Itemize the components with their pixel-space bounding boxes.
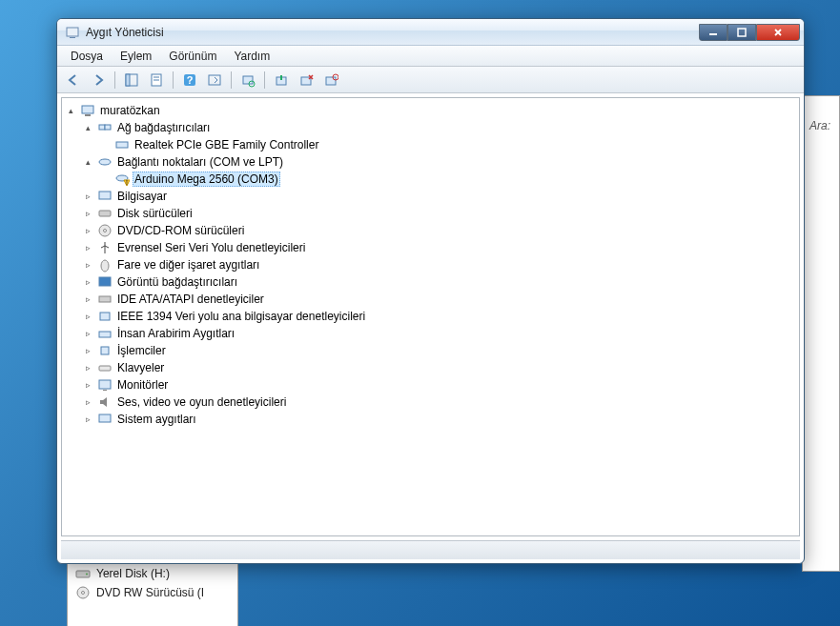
dvd-icon [75,585,91,600]
dvd-label: DVD/CD-ROM sürücüleri [115,224,246,237]
titlebar[interactable]: Aygıt Yöneticisi [57,19,804,46]
tree-disk[interactable]: ▹Disk sürücüleri [64,205,797,222]
menu-file[interactable]: Dosya [63,48,111,65]
statusbar [61,540,800,559]
audio-label: Ses, video ve oyun denetleyicileri [115,395,288,409]
tree-cpu[interactable]: ▹İşlemciler [64,342,797,359]
svg-rect-6 [709,33,717,35]
tree-dvd[interactable]: ▹DVD/CD-ROM sürücüleri [64,222,797,239]
collapse-icon[interactable]: ▴ [81,121,94,134]
disk-icon [97,206,113,221]
tree-network-adapters[interactable]: ▴ Ağ bağdaştırıcıları [64,119,797,136]
show-hide-tree-button[interactable] [121,70,142,91]
tree-content[interactable]: ▴ muratözkan ▴ Ağ bağdaştırıcıları [61,97,800,536]
maximize-button[interactable] [727,24,756,41]
svg-rect-39 [101,347,109,354]
help-button[interactable]: ? [179,70,200,91]
ide-label: IDE ATA/ATAPI denetleyiciler [115,293,266,306]
svg-rect-26 [116,142,128,148]
menu-help[interactable]: Yardım [226,48,277,65]
svg-rect-15 [209,75,220,85]
monitor-icon [97,377,113,393]
tree-hid[interactable]: ▹İnsan Arabirim Aygıtları [64,325,797,342]
svg-rect-9 [126,74,130,86]
toolbar-separator [173,71,174,89]
tree-monitor[interactable]: ▹Monitörler [64,376,797,394]
close-button[interactable] [756,24,800,41]
action-button[interactable] [204,70,225,91]
dvd-icon [97,223,113,238]
tree-display[interactable]: ▹Görüntü bağdaştırıcıları [64,273,797,291]
scan-button[interactable] [237,70,258,91]
tree-arduino[interactable]: ! Arduino Mega 2560 (COM3) [64,171,797,188]
tree-keyboard[interactable]: ▹Klavyeler [64,359,797,376]
svg-rect-16 [243,76,253,84]
collapse-icon[interactable]: ▴ [81,155,94,169]
svg-rect-4 [67,28,78,36]
search-label: Ara: [809,119,830,132]
tree-ide[interactable]: ▹IDE ATA/ATAPI denetleyiciler [64,291,797,308]
expand-icon[interactable]: ▹ [81,293,94,306]
tree-ports[interactable]: ▴ Bağlantı noktaları (COM ve LPT) [64,153,797,171]
svg-rect-20 [326,77,336,85]
dvd-label: DVD RW Sürücüsü (I [96,586,204,599]
expand-icon[interactable]: ▹ [81,378,94,392]
minimize-button[interactable] [699,24,727,41]
expand-icon[interactable]: ▹ [81,344,94,357]
expand-icon[interactable]: ▹ [81,310,94,323]
tree-system[interactable]: ▹Sistem aygıtları [64,411,797,428]
svg-rect-37 [100,313,110,320]
back-button[interactable] [63,70,84,91]
tree-usb[interactable]: ▹Evrensel Seri Veri Yolu denetleyicileri [64,239,797,256]
dvd-item[interactable]: DVD RW Sürücüsü (I [75,583,230,602]
properties-button[interactable] [146,70,167,91]
menu-action[interactable]: Eylem [113,48,159,65]
drive-icon [75,566,91,581]
hid-icon [97,326,113,341]
tree-mouse[interactable]: ▹Fare ve diğer işaret aygıtları [64,256,797,273]
svg-text:?: ? [187,74,194,86]
ports-label: Bağlantı noktaları (COM ve LPT) [115,155,285,169]
toolbar-separator [231,71,232,89]
svg-rect-35 [99,277,111,286]
drive-item[interactable]: Yerel Disk (H:) [75,564,230,583]
svg-rect-5 [70,37,75,38]
expand-icon[interactable]: ▹ [81,258,94,272]
expand-icon[interactable]: ▹ [81,413,94,426]
window-title: Aygıt Yöneticisi [86,26,699,39]
ieee-label: IEEE 1394 Veri yolu ana bilgisayar denet… [115,310,367,323]
tree-ieee[interactable]: ▹IEEE 1394 Veri yolu ana bilgisayar dene… [64,308,797,325]
collapse-icon[interactable]: ▴ [64,104,77,117]
uninstall-button[interactable] [296,70,317,91]
tree-root[interactable]: ▴ muratözkan [64,102,797,119]
expand-icon[interactable]: ▹ [81,207,94,220]
svg-rect-38 [99,332,111,337]
monitor-label: Monitörler [115,378,170,392]
svg-rect-42 [103,390,107,391]
forward-button[interactable] [88,70,109,91]
tree-audio[interactable]: ▹Ses, video ve oyun denetleyicileri [64,394,797,411]
display-icon [97,274,113,290]
expand-icon[interactable]: ▹ [81,241,94,254]
computer-icon [97,189,113,204]
update-driver-button[interactable] [271,70,292,91]
app-icon [65,25,80,40]
svg-rect-40 [99,366,111,371]
drive-label: Yerel Disk (H:) [96,567,170,580]
expand-icon[interactable]: ▹ [81,395,94,409]
mouse-icon [97,257,113,273]
svg-rect-43 [99,414,111,422]
computer-label: Bilgisayar [115,190,169,203]
tree-realtek[interactable]: Realtek PCIe GBE Family Controller [64,136,797,153]
keyboard-icon [97,360,113,375]
expand-icon[interactable]: ▹ [81,361,94,374]
menu-view[interactable]: Görünüm [161,48,224,65]
expand-icon[interactable]: ▹ [81,327,94,340]
disable-button[interactable] [320,70,341,91]
cpu-icon [97,343,113,358]
expand-icon[interactable]: ▹ [81,190,94,203]
expand-icon[interactable]: ▹ [81,275,94,289]
nic-icon [114,137,130,152]
tree-computer-cat[interactable]: ▹Bilgisayar [64,188,797,205]
expand-icon[interactable]: ▹ [81,224,94,237]
